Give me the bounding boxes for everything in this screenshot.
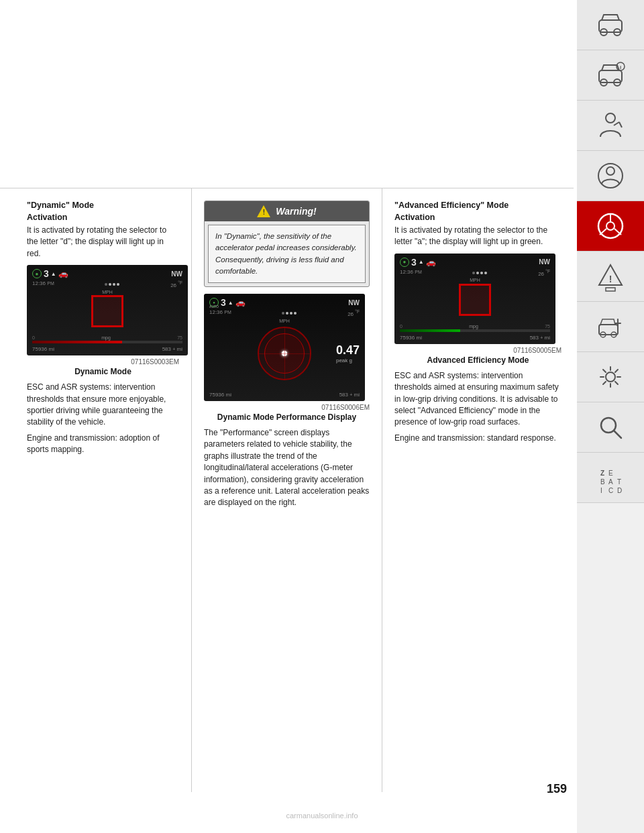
sidebar-item-search[interactable] <box>577 402 644 453</box>
right-engine-text: Engine and transmission: standard respon… <box>394 433 561 444</box>
sidebar-item-tools-person[interactable] <box>577 101 644 151</box>
page-container: "Dynamic" Mode Activation It is activate… <box>0 0 644 833</box>
settings-gear-icon <box>594 360 627 394</box>
dynamic-red-square <box>91 295 123 327</box>
right-image-label: Advanced Efficiency Mode <box>394 355 561 365</box>
car-info-icon: i <box>594 58 627 92</box>
dash-time-left: 12:36 PM <box>32 280 54 288</box>
right-activation-text: It is activated by rotating the selector… <box>394 225 561 248</box>
sidebar: i <box>577 0 644 833</box>
car-tools-icon <box>594 310 627 343</box>
svg-rect-3 <box>599 70 622 82</box>
sidebar-item-steering-wheel[interactable] <box>577 201 644 252</box>
svg-text:B: B <box>600 478 605 486</box>
svg-point-8 <box>606 113 615 123</box>
tools-person-icon <box>594 109 627 142</box>
sidebar-item-car-tools[interactable] <box>577 302 644 352</box>
sidebar-item-person-circle[interactable] <box>577 151 644 201</box>
mid-description: The "Performance" screen displays parame… <box>204 427 370 509</box>
dash-odometer-mid: 75936 mi <box>209 392 231 398</box>
perf-value: 0.47 <box>336 343 360 357</box>
right-image-code: 07116S0005EM <box>394 347 561 354</box>
left-image-label: Dynamic Mode <box>27 367 179 376</box>
svg-text:!: ! <box>609 274 612 284</box>
dash-temp-left: 26 °F <box>170 280 182 288</box>
dash-temp-right: 26 °F <box>538 269 550 277</box>
dash-odometer-right: 75936 mi <box>400 335 422 341</box>
right-esc-text: ESC and ASR systems: intervention thresh… <box>394 370 561 429</box>
dash-time-right: 12:36 PM <box>400 269 422 277</box>
dash-time-mid: 12:36 PM <box>209 309 231 317</box>
dash-range-right: 583 + mi <box>530 335 550 341</box>
top-space <box>0 0 644 188</box>
dash-range-left: 583 + mi <box>162 346 182 352</box>
left-image-code: 07116S0003EM <box>27 358 179 366</box>
svg-text:T: T <box>617 478 621 486</box>
left-activation-label: Activation <box>27 213 179 222</box>
perf-unit: peak g <box>336 357 360 364</box>
warning-box: ! Warning! In "Dynamic", the sensitivity… <box>204 201 370 287</box>
car-settings-icon <box>594 8 627 42</box>
right-activation-label: Activation <box>394 213 561 222</box>
warning-text: In "Dynamic", the sensitivity of the acc… <box>215 231 358 277</box>
svg-text:D: D <box>617 487 622 494</box>
svg-line-23 <box>614 431 621 438</box>
warning-body: In "Dynamic", the sensitivity of the acc… <box>208 225 366 283</box>
warning-road-icon: ! <box>594 260 627 293</box>
steering-wheel-icon <box>594 209 627 243</box>
search-icon <box>594 410 627 444</box>
svg-point-10 <box>606 167 614 175</box>
svg-text:Z: Z <box>600 469 604 477</box>
index-icon: Z E B A T I C D <box>594 461 627 494</box>
left-column: "Dynamic" Mode Activation It is activate… <box>0 188 191 792</box>
dash-odometer-left: 75936 mi <box>32 346 54 352</box>
left-engine-text: Engine and transmission: adoption of spo… <box>27 433 179 456</box>
dash-temp-mid: 26 °F <box>347 309 360 317</box>
svg-rect-18 <box>599 325 618 335</box>
svg-text:I: I <box>600 487 602 494</box>
middle-column: ! Warning! In "Dynamic", the sensitivity… <box>191 188 382 792</box>
dash-number: 3 <box>44 268 49 279</box>
right-section-title: "Advanced Efficiency" Mode <box>394 201 561 210</box>
watermark: carmanualsonline.info <box>286 812 358 820</box>
dash-range-mid: 583 + mi <box>339 392 360 398</box>
right-column: "Advanced Efficiency" Mode Activation It… <box>382 188 574 792</box>
svg-point-21 <box>606 372 615 382</box>
mid-image-label: Dynamic Mode Performance Display <box>204 412 370 422</box>
dynamic-mode-image: ● 3 ▲ 🚗 NW 12:36 PM <box>27 265 188 355</box>
warning-title: Warning! <box>276 206 316 217</box>
advanced-red-square <box>459 284 491 316</box>
sidebar-item-car-settings[interactable] <box>577 0 644 50</box>
performance-mode-image: ● AUTO 3 ▲ 🚗 NW 12:36 PM <box>204 294 365 401</box>
left-section-title: "Dynamic" Mode <box>27 201 179 210</box>
person-circle-icon <box>594 159 627 192</box>
mid-image-code: 07116S0006EM <box>204 404 370 411</box>
sidebar-item-settings[interactable] <box>577 352 644 402</box>
left-esc-text: ESC and ASR systems: intervention thresh… <box>27 382 179 429</box>
warning-header: ! Warning! <box>205 201 369 221</box>
page-number: 159 <box>547 782 567 796</box>
svg-rect-17 <box>606 288 615 291</box>
svg-text:A: A <box>608 478 613 486</box>
svg-rect-0 <box>599 20 622 32</box>
sidebar-item-index[interactable]: Z E B A T I C D <box>577 453 644 503</box>
sidebar-item-car-info[interactable]: i <box>577 50 644 101</box>
svg-point-12 <box>606 222 614 230</box>
sidebar-item-warning-road[interactable]: ! <box>577 252 644 302</box>
left-activation-text: It is activated by rotating the selector… <box>27 225 179 260</box>
advanced-mode-image: ● 3 ▲ 🚗 NW 12:36 PM <box>394 254 555 344</box>
svg-text:i: i <box>620 64 621 70</box>
svg-text:C: C <box>608 487 613 494</box>
svg-text:E: E <box>608 469 613 477</box>
